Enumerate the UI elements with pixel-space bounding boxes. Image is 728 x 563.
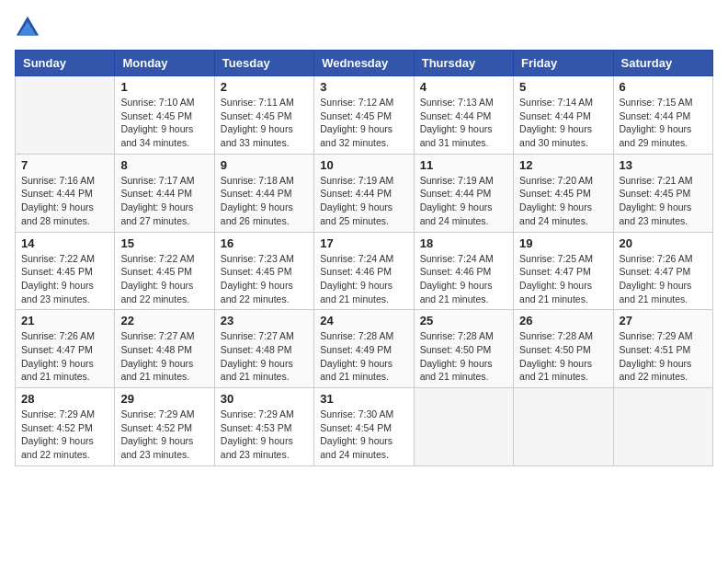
day-info: Sunrise: 7:21 AMSunset: 4:45 PMDaylight:…	[620, 174, 707, 228]
calendar-cell: 9Sunrise: 7:18 AMSunset: 4:44 PMDaylight…	[214, 154, 313, 232]
day-info: Sunrise: 7:19 AMSunset: 4:44 PMDaylight:…	[420, 174, 507, 228]
day-number: 10	[320, 158, 407, 172]
calendar-header-row: SundayMondayTuesdayWednesdayThursdayFrid…	[16, 51, 713, 76]
logo	[15, 15, 44, 40]
day-info: Sunrise: 7:27 AMSunset: 4:48 PMDaylight:…	[120, 329, 208, 384]
day-info: Sunrise: 7:28 AMSunset: 4:49 PMDaylight:…	[320, 329, 407, 384]
day-number: 8	[120, 158, 208, 172]
day-number: 16	[221, 236, 308, 250]
calendar-cell: 31Sunrise: 7:30 AMSunset: 4:54 PMDayligh…	[314, 388, 414, 466]
day-number: 27	[620, 314, 707, 327]
day-info: Sunrise: 7:29 AMSunset: 4:53 PMDaylight:…	[221, 408, 308, 462]
day-info: Sunrise: 7:15 AMSunset: 4:44 PMDaylight:…	[620, 96, 707, 150]
calendar-cell: 16Sunrise: 7:23 AMSunset: 4:45 PMDayligh…	[214, 232, 313, 310]
calendar-cell	[414, 388, 513, 466]
calendar-cell: 4Sunrise: 7:13 AMSunset: 4:44 PMDaylight…	[414, 76, 513, 155]
calendar-week-row: 21Sunrise: 7:26 AMSunset: 4:47 PMDayligh…	[16, 310, 713, 388]
day-number: 7	[21, 158, 108, 172]
day-number: 28	[21, 392, 108, 406]
calendar-cell: 6Sunrise: 7:15 AMSunset: 4:44 PMDaylight…	[613, 76, 712, 155]
day-info: Sunrise: 7:18 AMSunset: 4:44 PMDaylight:…	[221, 174, 308, 228]
calendar-cell: 14Sunrise: 7:22 AMSunset: 4:45 PMDayligh…	[16, 232, 115, 310]
day-number: 20	[620, 236, 707, 250]
calendar-cell: 12Sunrise: 7:20 AMSunset: 4:45 PMDayligh…	[514, 154, 613, 232]
calendar-cell: 29Sunrise: 7:29 AMSunset: 4:52 PMDayligh…	[115, 388, 214, 466]
day-info: Sunrise: 7:28 AMSunset: 4:50 PMDaylight:…	[519, 329, 607, 384]
day-info: Sunrise: 7:17 AMSunset: 4:44 PMDaylight:…	[120, 174, 208, 228]
day-number: 11	[420, 158, 507, 172]
calendar-cell: 2Sunrise: 7:11 AMSunset: 4:45 PMDaylight…	[214, 76, 313, 155]
calendar-cell: 7Sunrise: 7:16 AMSunset: 4:44 PMDaylight…	[16, 154, 115, 232]
day-info: Sunrise: 7:11 AMSunset: 4:45 PMDaylight:…	[221, 96, 308, 150]
column-header-tuesday: Tuesday	[214, 51, 313, 76]
day-number: 29	[120, 392, 208, 406]
day-number: 25	[420, 314, 507, 327]
day-info: Sunrise: 7:19 AMSunset: 4:44 PMDaylight:…	[320, 174, 407, 228]
day-number: 18	[420, 236, 507, 250]
day-number: 5	[519, 80, 607, 94]
calendar-week-row: 7Sunrise: 7:16 AMSunset: 4:44 PMDaylight…	[16, 154, 713, 232]
day-info: Sunrise: 7:29 AMSunset: 4:51 PMDaylight:…	[620, 329, 707, 384]
day-info: Sunrise: 7:29 AMSunset: 4:52 PMDaylight:…	[120, 408, 208, 462]
column-header-friday: Friday	[514, 51, 613, 76]
calendar-cell: 20Sunrise: 7:26 AMSunset: 4:47 PMDayligh…	[613, 232, 712, 310]
column-header-thursday: Thursday	[414, 51, 513, 76]
calendar-cell: 13Sunrise: 7:21 AMSunset: 4:45 PMDayligh…	[613, 154, 712, 232]
day-number: 12	[519, 158, 607, 172]
calendar-week-row: 28Sunrise: 7:29 AMSunset: 4:52 PMDayligh…	[16, 388, 713, 466]
logo-icon	[15, 15, 40, 40]
calendar-cell: 23Sunrise: 7:27 AMSunset: 4:48 PMDayligh…	[214, 310, 313, 388]
calendar-cell: 1Sunrise: 7:10 AMSunset: 4:45 PMDaylight…	[115, 76, 214, 155]
calendar-cell: 5Sunrise: 7:14 AMSunset: 4:44 PMDaylight…	[514, 76, 613, 155]
day-number: 31	[320, 392, 407, 406]
calendar-week-row: 14Sunrise: 7:22 AMSunset: 4:45 PMDayligh…	[16, 232, 713, 310]
day-info: Sunrise: 7:13 AMSunset: 4:44 PMDaylight:…	[420, 96, 507, 150]
day-number: 26	[519, 314, 607, 327]
day-info: Sunrise: 7:22 AMSunset: 4:45 PMDaylight:…	[21, 252, 108, 306]
day-info: Sunrise: 7:25 AMSunset: 4:47 PMDaylight:…	[519, 252, 607, 306]
column-header-wednesday: Wednesday	[314, 51, 414, 76]
column-header-sunday: Sunday	[16, 51, 115, 76]
calendar-cell: 8Sunrise: 7:17 AMSunset: 4:44 PMDaylight…	[115, 154, 214, 232]
day-number: 13	[620, 158, 707, 172]
day-number: 23	[221, 314, 308, 327]
day-info: Sunrise: 7:22 AMSunset: 4:45 PMDaylight:…	[120, 252, 208, 306]
calendar-cell: 22Sunrise: 7:27 AMSunset: 4:48 PMDayligh…	[115, 310, 214, 388]
calendar-cell: 17Sunrise: 7:24 AMSunset: 4:46 PMDayligh…	[314, 232, 414, 310]
calendar-cell: 21Sunrise: 7:26 AMSunset: 4:47 PMDayligh…	[16, 310, 115, 388]
day-info: Sunrise: 7:30 AMSunset: 4:54 PMDaylight:…	[320, 408, 407, 462]
day-info: Sunrise: 7:10 AMSunset: 4:45 PMDaylight:…	[120, 96, 208, 150]
calendar-cell: 10Sunrise: 7:19 AMSunset: 4:44 PMDayligh…	[314, 154, 414, 232]
day-number: 22	[120, 314, 208, 327]
calendar-cell: 26Sunrise: 7:28 AMSunset: 4:50 PMDayligh…	[514, 310, 613, 388]
day-info: Sunrise: 7:12 AMSunset: 4:45 PMDaylight:…	[320, 96, 407, 150]
day-number: 9	[221, 158, 308, 172]
day-number: 4	[420, 80, 507, 94]
day-number: 21	[21, 314, 108, 327]
day-number: 17	[320, 236, 407, 250]
calendar-cell: 18Sunrise: 7:24 AMSunset: 4:46 PMDayligh…	[414, 232, 513, 310]
day-info: Sunrise: 7:20 AMSunset: 4:45 PMDaylight:…	[519, 174, 607, 228]
day-number: 19	[519, 236, 607, 250]
calendar-cell: 11Sunrise: 7:19 AMSunset: 4:44 PMDayligh…	[414, 154, 513, 232]
day-number: 30	[221, 392, 308, 406]
column-header-monday: Monday	[115, 51, 214, 76]
calendar-table: SundayMondayTuesdayWednesdayThursdayFrid…	[15, 50, 713, 466]
day-info: Sunrise: 7:24 AMSunset: 4:46 PMDaylight:…	[320, 252, 407, 306]
day-number: 1	[120, 80, 208, 94]
day-number: 6	[620, 80, 707, 94]
day-info: Sunrise: 7:26 AMSunset: 4:47 PMDaylight:…	[21, 329, 108, 384]
day-info: Sunrise: 7:24 AMSunset: 4:46 PMDaylight:…	[420, 252, 507, 306]
day-info: Sunrise: 7:16 AMSunset: 4:44 PMDaylight:…	[21, 174, 108, 228]
day-info: Sunrise: 7:23 AMSunset: 4:45 PMDaylight:…	[221, 252, 308, 306]
calendar-cell	[613, 388, 712, 466]
day-number: 2	[221, 80, 308, 94]
calendar-cell: 25Sunrise: 7:28 AMSunset: 4:50 PMDayligh…	[414, 310, 513, 388]
day-info: Sunrise: 7:14 AMSunset: 4:44 PMDaylight:…	[519, 96, 607, 150]
day-number: 24	[320, 314, 407, 327]
page-header	[15, 15, 713, 40]
calendar-cell: 27Sunrise: 7:29 AMSunset: 4:51 PMDayligh…	[613, 310, 712, 388]
day-number: 14	[21, 236, 108, 250]
day-info: Sunrise: 7:26 AMSunset: 4:47 PMDaylight:…	[620, 252, 707, 306]
calendar-cell	[514, 388, 613, 466]
